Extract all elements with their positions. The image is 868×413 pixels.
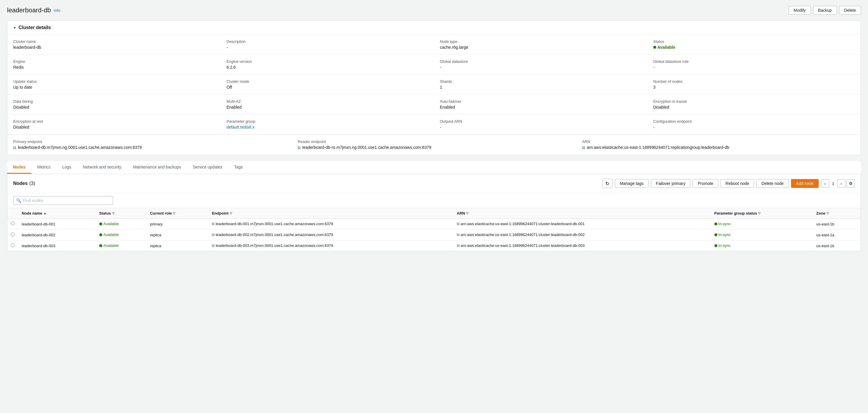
endpoint-value: leaderboard-db-002.m7jmxn.0001.use1.cach…: [216, 233, 333, 237]
page-header: leaderboard-db Info Modify Backup Delete: [7, 6, 861, 15]
th-select: [7, 208, 18, 219]
nodes-panel: Nodes (3) ↻ Manage tags Failover primary…: [7, 174, 861, 251]
copy-arn-row-icon[interactable]: ⧉: [457, 243, 459, 248]
th-current-role[interactable]: Current role ▽: [147, 208, 209, 219]
promote-button[interactable]: Promote: [693, 179, 718, 188]
zone-sort[interactable]: Zone ▽: [816, 211, 829, 215]
status-sort[interactable]: Status ▽: [99, 211, 115, 215]
tab-network-security[interactable]: Network and security: [77, 161, 127, 174]
copy-endpoint-icon[interactable]: ⧉: [212, 233, 214, 237]
arn-label: ARN: [582, 139, 855, 144]
copy-primary-endpoint-icon[interactable]: ⧉: [13, 145, 16, 150]
th-zone[interactable]: Zone ▽: [813, 208, 861, 219]
endpoint-sort-icon: ▽: [230, 212, 232, 215]
delete-button[interactable]: Delete: [839, 6, 861, 15]
copy-endpoint-icon[interactable]: ⧉: [212, 221, 214, 226]
endpoint-sort[interactable]: Endpoint ▽: [212, 211, 232, 215]
data-tiering-group: Data tiering Disabled: [7, 95, 221, 114]
row-radio[interactable]: [11, 221, 15, 226]
reboot-node-button[interactable]: Reboot node: [720, 179, 754, 188]
arn-value: arn:aws:elasticache:us-east-1:1689962440…: [461, 233, 585, 237]
delete-node-button[interactable]: Delete node: [756, 179, 789, 188]
description-group: Description -: [221, 35, 434, 55]
tab-logs[interactable]: Logs: [56, 161, 77, 174]
manage-tags-button[interactable]: Manage tags: [615, 179, 649, 188]
table-settings-button[interactable]: ⚙: [846, 179, 855, 187]
encryption-rest-group: Encryption at rest Disabled: [7, 114, 221, 134]
backup-button[interactable]: Backup: [813, 6, 837, 15]
param-group-status-sort[interactable]: Parameter group status ▽: [714, 211, 761, 215]
arn-row: ⧉ arn:aws:elasticache:us-east-1:16899624…: [582, 145, 855, 150]
th-status[interactable]: Status ▽: [96, 208, 147, 219]
page-title-group: leaderboard-db Info: [7, 6, 60, 14]
tab-service-updates[interactable]: Service updates: [187, 161, 228, 174]
th-arn[interactable]: ARN ▽: [453, 208, 711, 219]
config-endpoint-group: Configuration endpoint -: [647, 114, 861, 134]
cluster-details-header[interactable]: ▼ Cluster details: [7, 21, 861, 35]
add-node-button[interactable]: Add node: [791, 179, 819, 188]
copy-endpoint-icon[interactable]: ⧉: [212, 243, 214, 248]
cluster-details-row-1: Cluster name leaderboard-db Description …: [7, 35, 861, 55]
copy-reader-endpoint-icon[interactable]: ⧉: [298, 145, 301, 150]
cluster-details-row-4: Data tiering Disabled Multi-AZ Enabled A…: [7, 95, 861, 114]
insync-dot: [714, 222, 717, 226]
row-select-cell[interactable]: [7, 240, 18, 251]
outpost-arn-label: Outpost ARN: [440, 119, 642, 124]
tab-maintenance-backups[interactable]: Maintenance and backups: [127, 161, 187, 174]
tab-tags[interactable]: Tags: [228, 161, 249, 174]
parameter-group-value[interactable]: default.redis6.x: [226, 125, 254, 130]
next-page-button[interactable]: ›: [837, 179, 845, 187]
th-endpoint[interactable]: Endpoint ▽: [208, 208, 453, 219]
arn-value: arn:aws:elasticache:us-east-1:1689962440…: [461, 243, 585, 248]
arn-sort[interactable]: ARN ▽: [457, 211, 468, 215]
arn-sort-icon: ▽: [466, 212, 468, 215]
pagination: ‹ 1 › ⚙: [821, 179, 855, 187]
tab-metrics[interactable]: Metrics: [31, 161, 56, 174]
th-node-name[interactable]: Node name ▲: [18, 208, 96, 219]
row-select-cell[interactable]: [7, 219, 18, 230]
row-current-role: primary: [147, 219, 209, 230]
status-dot: [99, 244, 102, 247]
reader-endpoint-row: ⧉ leaderboard-db-ro.m7jmxn.ng.0001.use1.…: [298, 145, 570, 150]
encryption-transit-value: Disabled: [653, 105, 855, 109]
header-row: Node name ▲ Status ▽ Cur: [7, 208, 861, 219]
insync-text: In-sync: [718, 221, 731, 226]
row-select-cell[interactable]: [7, 230, 18, 240]
refresh-button[interactable]: ↻: [602, 179, 613, 188]
cluster-name-value: leaderboard-db: [13, 45, 215, 49]
reader-endpoint-label: Reader endpoint: [298, 139, 570, 144]
copy-arn-icon[interactable]: ⧉: [582, 145, 585, 150]
tab-nodes[interactable]: Nodes: [7, 161, 31, 174]
global-datastore-value: -: [440, 65, 642, 70]
cluster-details-row-3: Update status Up to date Cluster mode Of…: [7, 75, 861, 95]
description-label: Description: [226, 39, 428, 44]
param-group-status-sort-icon: ▽: [758, 212, 761, 215]
info-link[interactable]: Info: [54, 8, 60, 12]
sort-asc-icon: ▲: [43, 212, 46, 215]
failover-primary-button[interactable]: Failover primary: [651, 179, 690, 188]
row-param-group-status: In-sync: [711, 240, 813, 251]
search-input[interactable]: [13, 196, 113, 205]
status-group: Status Available: [647, 35, 861, 55]
number-of-nodes-label: Number of nodes: [653, 79, 855, 84]
current-role-sort[interactable]: Current role ▽: [150, 211, 175, 215]
search-bar-row: 🔍: [7, 193, 861, 208]
modify-button[interactable]: Modify: [789, 6, 811, 15]
cluster-mode-label: Cluster mode: [226, 79, 428, 84]
copy-arn-row-icon[interactable]: ⧉: [457, 233, 459, 237]
row-radio[interactable]: [11, 233, 15, 236]
arn-cell: ⧉ arn:aws:elasticache:us-east-1:16899624…: [457, 233, 707, 237]
row-radio[interactable]: [11, 243, 15, 247]
node-name-sort[interactable]: Node name ▲: [22, 211, 46, 215]
prev-page-button[interactable]: ‹: [821, 179, 829, 187]
endpoint-value: leaderboard-db-001.m7jmxn.0001.use1.cach…: [216, 221, 333, 226]
status-text: Available: [103, 221, 119, 226]
engine-label: Engine: [13, 59, 215, 64]
multi-az-group: Multi-AZ Enabled: [221, 95, 434, 114]
auto-failover-label: Auto-failover: [440, 99, 642, 104]
th-parameter-group-status[interactable]: Parameter group status ▽: [711, 208, 813, 219]
global-datastore-label: Global datastore: [440, 59, 642, 64]
insync-text: In-sync: [718, 243, 731, 248]
node-type-group: Node type cache.r6g.large: [434, 35, 647, 55]
copy-arn-row-icon[interactable]: ⧉: [457, 221, 459, 226]
